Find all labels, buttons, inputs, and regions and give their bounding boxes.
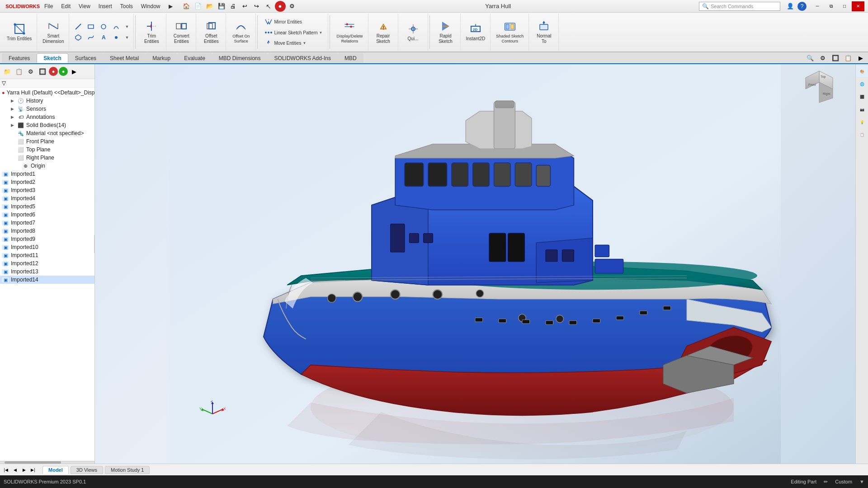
tree-imported6[interactable]: ▣ Imported6 — [0, 211, 94, 219]
minimize-button[interactable]: ─ — [811, 1, 824, 11]
tree-origin[interactable]: ▶ ⊕ Origin — [0, 162, 94, 170]
tree-imported11[interactable]: ▣ Imported11 — [0, 251, 94, 259]
view-more[interactable]: ▶ — [855, 52, 866, 63]
3d-viewport[interactable]: Top Front Right X Y Z — [95, 64, 855, 464]
tree-solid-bodies[interactable]: ▶ ⬛ Solid Bodies(14) — [0, 121, 94, 129]
camera-panel-btn[interactable]: 📷 — [857, 104, 868, 115]
lights-panel-btn[interactable]: 💡 — [857, 117, 868, 127]
polygon-tool[interactable] — [72, 33, 84, 42]
new-button[interactable]: 📄 — [193, 1, 203, 12]
tree-imported10[interactable]: ▣ Imported10 — [0, 243, 94, 251]
rect-tool[interactable] — [85, 22, 97, 32]
tree-imported5[interactable]: ▣ Imported5 — [0, 202, 94, 211]
view-cube[interactable]: Top Front Right — [801, 69, 837, 105]
tab-evaluate[interactable]: Evaluate — [177, 53, 212, 63]
tab-last[interactable]: ▶| — [29, 466, 37, 474]
instant2d-button[interactable]: 2D Instant2D — [464, 21, 488, 43]
arc-tool[interactable] — [110, 22, 122, 32]
snaps-button[interactable]: Qui... — [401, 21, 425, 43]
linear-pattern-button[interactable]: Linear Sketch Pattern ▼ — [262, 28, 325, 38]
smartdim-button[interactable]: ↔ SmartDimension — [40, 19, 66, 46]
decal-panel-btn[interactable]: ⬛ — [857, 91, 868, 102]
configtree-icon[interactable]: ⚙ — [25, 66, 36, 77]
restore-button[interactable]: ⧉ — [825, 1, 837, 11]
sidebar-scrollbar[interactable] — [0, 461, 94, 464]
btab-motion[interactable]: Motion Study 1 — [105, 466, 150, 474]
appearances-panel-btn[interactable]: 🎨 — [857, 66, 868, 77]
tree-annotations[interactable]: ▶ 🏷 Annotations — [0, 113, 94, 121]
scene-panel-btn[interactable]: 🌐 — [857, 79, 868, 89]
menu-edit[interactable]: Edit — [57, 2, 74, 10]
propertytree-icon[interactable]: 📋 — [14, 66, 24, 77]
rebuild-button[interactable]: ● — [275, 1, 286, 12]
tree-imported13[interactable]: ▣ Imported13 — [0, 267, 94, 276]
menu-more[interactable]: ▶ — [165, 2, 176, 10]
menu-view[interactable]: View — [75, 2, 94, 10]
open-button[interactable]: 📂 — [204, 1, 215, 12]
help-signin[interactable]: 👤 — [785, 1, 796, 12]
sketch-button[interactable]: Trim Entities — [5, 21, 34, 43]
tree-imported12[interactable]: ▣ Imported12 — [0, 259, 94, 267]
pointer-tool[interactable]: ↖ — [263, 1, 274, 12]
menu-file[interactable]: File — [41, 2, 57, 10]
spline-tool[interactable] — [85, 33, 97, 42]
redo-button[interactable]: ↪ — [251, 1, 262, 12]
tree-imported7[interactable]: ▣ Imported7 — [0, 219, 94, 227]
tree-sensors[interactable]: ▶ 📡 Sensors — [0, 105, 94, 113]
tab-sheet-metal[interactable]: Sheet Metal — [103, 53, 146, 63]
offset-entities-button[interactable]: OffsetEntities — [199, 19, 223, 46]
relations-button[interactable]: Display/DeleteRelations — [334, 19, 365, 45]
view-search-icon[interactable]: 🔍 — [805, 52, 816, 63]
expand-sensors[interactable]: ▶ — [11, 107, 15, 111]
appearance-icon[interactable]: ● — [49, 67, 58, 76]
tab-markup[interactable]: Markup — [146, 53, 177, 63]
expand-icon[interactable]: ▶ — [69, 66, 80, 77]
rapid-button[interactable]: RapidSketch — [434, 19, 458, 46]
btab-3dviews[interactable]: 3D Views — [71, 466, 103, 474]
repair-button[interactable]: RepairSketch — [372, 19, 395, 46]
displaystate-icon[interactable]: 🔲 — [37, 66, 48, 77]
convert-button[interactable]: ConvertEntities — [170, 19, 193, 46]
tree-imported3[interactable]: ▣ Imported3 — [0, 186, 94, 194]
tree-top-plane[interactable]: ▶ ⬜ Top Plane — [0, 145, 94, 154]
save-button[interactable]: 💾 — [216, 1, 227, 12]
tab-mbd-dimensions[interactable]: MBD Dimensions — [212, 53, 268, 63]
line-tool[interactable] — [72, 22, 84, 32]
text-tool[interactable]: A — [98, 33, 109, 42]
offset-surface-button[interactable]: Offset OnSurface — [229, 19, 253, 45]
move-button[interactable]: Move Entities ▼ — [262, 38, 325, 48]
search-commands[interactable]: 🔍 Search Commands — [699, 2, 780, 11]
tree-material[interactable]: ▶ 🔩 Material <not specified> — [0, 129, 94, 137]
menu-tools[interactable]: Tools — [117, 2, 137, 10]
featuretree-icon[interactable]: 📁 — [2, 66, 13, 77]
scenes-icon[interactable]: ● — [59, 67, 68, 76]
mirror-button[interactable]: Mirror Entities — [262, 16, 325, 27]
tree-imported1[interactable]: ▣ Imported1 — [0, 170, 94, 178]
more-draw2[interactable]: ▼ — [123, 33, 131, 42]
tree-root[interactable]: ● Yarra Hull (Default) <<Default>_Disp — [0, 89, 94, 97]
tab-addins[interactable]: SOLIDWORKS Add-Ins — [268, 53, 338, 63]
shaded-button[interactable]: Shaded SketchContours — [494, 19, 526, 45]
tree-imported2[interactable]: ▣ Imported2 — [0, 178, 94, 186]
tab-mbd[interactable]: MBD — [338, 53, 363, 63]
expand-bodies[interactable]: ▶ — [11, 123, 15, 127]
tree-front-plane[interactable]: ▶ ⬜ Front Plane — [0, 137, 94, 145]
tree-imported14[interactable]: ▣ Imported14 — [0, 276, 94, 284]
btab-model[interactable]: Model — [42, 466, 69, 474]
undo-button[interactable]: ↩ — [240, 1, 250, 12]
view-display-icon[interactable]: 📋 — [843, 52, 854, 63]
tree-imported8[interactable]: ▣ Imported8 — [0, 227, 94, 235]
tree-right-plane[interactable]: ▶ ⬜ Right Plane — [0, 154, 94, 162]
normal-button[interactable]: NormalTo — [532, 19, 556, 46]
expand-annotations[interactable]: ▶ — [11, 115, 15, 119]
menu-insert[interactable]: Insert — [95, 2, 116, 10]
point-tool[interactable] — [110, 33, 122, 42]
circle-tool[interactable] — [98, 22, 109, 32]
menu-window[interactable]: Window — [137, 2, 164, 10]
tab-features[interactable]: Features — [2, 53, 37, 63]
print-button[interactable]: 🖨 — [228, 1, 239, 12]
home-button[interactable]: 🏠 — [181, 1, 192, 12]
view-3d-icon[interactable]: 🔲 — [830, 52, 841, 63]
tab-first[interactable]: |◀ — [2, 466, 10, 474]
help-button[interactable]: ? — [797, 2, 807, 11]
